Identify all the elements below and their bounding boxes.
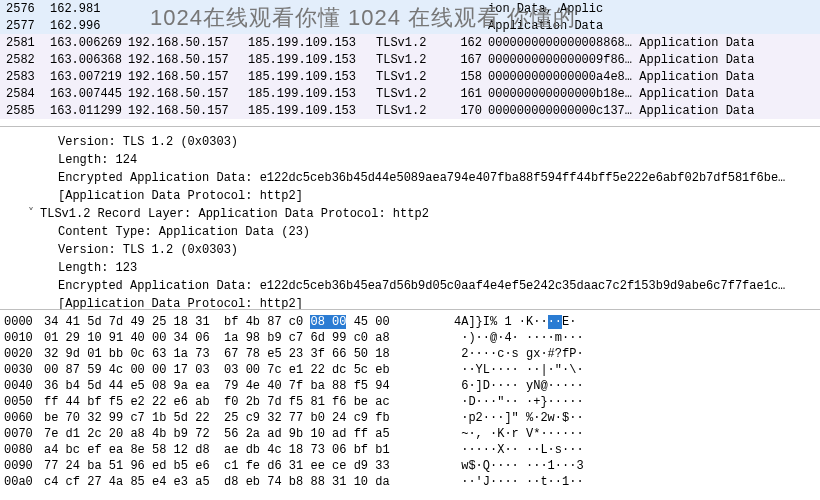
col-no: 2583 [6,70,50,84]
packet-details[interactable]: Version: TLS 1.2 (0x0303)Length: 124Encr… [0,127,820,310]
hex-offset: 0090 [4,458,44,474]
hex-offset: 0000 [4,314,44,330]
col-time: 163.006269 [50,36,128,50]
hex-offset: 0030 [4,362,44,378]
hex-bytes: 77 24 ba 51 96 ed b5 e6 c1 fe d6 31 ee c… [44,458,454,474]
detail-line[interactable]: Content Type: Application Data (23) [10,223,820,241]
col-src: 192.168.50.157 [128,104,248,118]
col-time: 163.006368 [50,53,128,67]
col-proto: TLSv1.2 [376,87,442,101]
col-dst: 185.199.109.153 [248,36,376,50]
col-proto: TLSv1.2 [376,53,442,67]
hex-row[interactable]: 001001 29 10 91 40 00 34 06 1a 98 b9 c7 … [4,330,820,346]
packet-row[interactable]: 2582163.006368192.168.50.157185.199.109.… [0,51,820,68]
col-time: 163.007445 [50,87,128,101]
hex-bytes: 00 87 59 4c 00 00 17 03 03 00 7c e1 22 d… [44,362,454,378]
col-len: 167 [442,53,482,67]
hex-ascii: ··YL···· ··|·"·\· [454,362,820,378]
col-info: 000000000000000c137… Application Data [488,104,820,118]
hex-bytes: 34 41 5d 7d 49 25 18 31 bf 4b 87 c0 08 0… [44,314,454,330]
hex-offset: 0060 [4,410,44,426]
hex-row[interactable]: 000034 41 5d 7d 49 25 18 31 bf 4b 87 c0 … [4,314,820,330]
packet-row[interactable]: 2581163.006269192.168.50.157185.199.109.… [0,34,820,51]
hex-offset: 0020 [4,346,44,362]
hex-ascii: 4A]}I% 1 ·K····E· [454,314,820,330]
hex-offset: 0040 [4,378,44,394]
detail-line[interactable]: ˅TLSv1.2 Record Layer: Application Data … [10,205,820,223]
hex-row[interactable]: 003000 87 59 4c 00 00 17 03 03 00 7c e1 … [4,362,820,378]
col-info: ion Data, Applic [488,2,820,16]
hex-row[interactable]: 00707e d1 2c 20 a8 4b b9 72 56 2a ad 9b … [4,426,820,442]
col-info: 0000000000000009f86… Application Data [488,53,820,67]
hex-row[interactable]: 004036 b4 5d 44 e5 08 9a ea 79 4e 40 7f … [4,378,820,394]
hex-bytes: 36 b4 5d 44 e5 08 9a ea 79 4e 40 7f ba 8… [44,378,454,394]
col-dst: 185.199.109.153 [248,53,376,67]
hex-ascii: ·····X·· ··L·s··· [454,442,820,458]
col-info: 000000000000000a4e8… Application Data [488,70,820,84]
hex-bytes: ff 44 bf f5 e2 22 e6 ab f0 2b 7d f5 81 f… [44,394,454,410]
hex-ascii: 2····c·s gx·#?fP· [454,346,820,362]
col-proto: TLSv1.2 [376,70,442,84]
detail-line[interactable]: Version: TLS 1.2 (0x0303) [10,133,820,151]
hex-offset: 0080 [4,442,44,458]
detail-line[interactable]: [Application Data Protocol: http2] [10,295,820,310]
hex-row[interactable]: 0050ff 44 bf f5 e2 22 e6 ab f0 2b 7d f5 … [4,394,820,410]
hex-ascii: ·p2···]" %·2w·$·· [454,410,820,426]
detail-line[interactable]: Length: 124 [10,151,820,169]
packet-list[interactable]: 2576162.981ion Data, Applic2577162.996Ap… [0,0,820,127]
packet-row[interactable]: 2585163.011299192.168.50.157185.199.109.… [0,102,820,119]
col-time: 163.011299 [50,104,128,118]
hex-ascii: ·D···"·· ·+}····· [454,394,820,410]
col-time: 162.996 [50,19,128,33]
packet-row[interactable]: 2584163.007445192.168.50.157185.199.109.… [0,85,820,102]
detail-line[interactable]: Encrypted Application Data: e122dc5ceb36… [10,277,820,295]
col-no: 2585 [6,104,50,118]
col-len: 170 [442,104,482,118]
hex-ascii: ··'J···· ··t··1·· [454,474,820,490]
hex-offset: 00a0 [4,474,44,490]
col-no: 2582 [6,53,50,67]
hex-row[interactable]: 0080a4 bc ef ea 8e 58 12 d8 ae db 4c 18 … [4,442,820,458]
hex-ascii: 6·]D···· yN@····· [454,378,820,394]
hex-row[interactable]: 002032 9d 01 bb 0c 63 1a 73 67 78 e5 23 … [4,346,820,362]
hex-dump[interactable]: 000034 41 5d 7d 49 25 18 31 bf 4b 87 c0 … [0,310,820,500]
col-dst: 185.199.109.153 [248,104,376,118]
detail-line[interactable]: Encrypted Application Data: e122dc5ceb36… [10,169,820,187]
hex-offset: 0050 [4,394,44,410]
chevron-down-icon[interactable]: ˅ [28,205,40,223]
col-src: 192.168.50.157 [128,36,248,50]
hex-offset: 0070 [4,426,44,442]
detail-line[interactable]: Length: 123 [10,259,820,277]
col-len: 162 [442,36,482,50]
col-src: 192.168.50.157 [128,70,248,84]
packet-row[interactable]: 2583163.007219192.168.50.157185.199.109.… [0,68,820,85]
hex-ascii: w$·Q···· ···1···3 [454,458,820,474]
hex-bytes: 7e d1 2c 20 a8 4b b9 72 56 2a ad 9b 10 a… [44,426,454,442]
col-no: 2584 [6,87,50,101]
packet-row[interactable]: 2576162.981ion Data, Applic [0,0,820,17]
col-no: 2581 [6,36,50,50]
col-len: 158 [442,70,482,84]
col-src: 192.168.50.157 [128,53,248,67]
col-src: 192.168.50.157 [128,87,248,101]
col-info: 000000000000000b18e… Application Data [488,87,820,101]
hex-row[interactable]: 0060be 70 32 99 c7 1b 5d 22 25 c9 32 77 … [4,410,820,426]
col-time: 162.981 [50,2,128,16]
col-info: 0000000000000008868… Application Data [488,36,820,50]
detail-line[interactable]: Version: TLS 1.2 (0x0303) [10,241,820,259]
col-time: 163.007219 [50,70,128,84]
hex-bytes: c4 cf 27 4a 85 e4 e3 a5 d8 eb 74 b8 88 3… [44,474,454,490]
col-info: Application Data [488,19,820,33]
packet-row[interactable]: 2577162.996Application Data [0,17,820,34]
hex-bytes: a4 bc ef ea 8e 58 12 d8 ae db 4c 18 73 0… [44,442,454,458]
detail-line[interactable]: [Application Data Protocol: http2] [10,187,820,205]
col-dst: 185.199.109.153 [248,87,376,101]
col-proto: TLSv1.2 [376,36,442,50]
hex-bytes: 01 29 10 91 40 00 34 06 1a 98 b9 c7 6d 9… [44,330,454,346]
col-no: 2576 [6,2,50,16]
hex-offset: 0010 [4,330,44,346]
hex-row[interactable]: 00a0c4 cf 27 4a 85 e4 e3 a5 d8 eb 74 b8 … [4,474,820,490]
hex-row[interactable]: 009077 24 ba 51 96 ed b5 e6 c1 fe d6 31 … [4,458,820,474]
hex-bytes: be 70 32 99 c7 1b 5d 22 25 c9 32 77 b0 2… [44,410,454,426]
hex-bytes: 32 9d 01 bb 0c 63 1a 73 67 78 e5 23 3f 6… [44,346,454,362]
